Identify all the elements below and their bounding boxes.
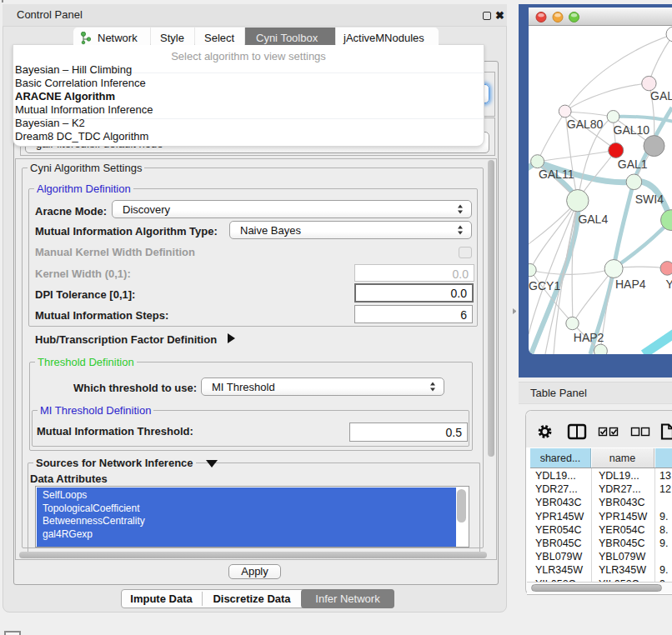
svg-text:HAP2: HAP2 (574, 331, 604, 344)
svg-text:GAL4: GAL4 (578, 212, 608, 226)
svg-text:GAL2: GAL2 (650, 89, 672, 102)
svg-text:GCY1: GCY1 (529, 279, 560, 292)
svg-text:GAL1: GAL1 (618, 158, 648, 171)
svg-text:SWI4: SWI4 (635, 192, 664, 206)
svg-text:HAP4: HAP4 (615, 278, 646, 291)
svg-text:GAL80: GAL80 (567, 118, 604, 131)
svg-text:YJ: YJ (666, 278, 672, 291)
svg-text:GAL11: GAL11 (539, 168, 574, 181)
svg-text:GAL10: GAL10 (614, 123, 650, 137)
